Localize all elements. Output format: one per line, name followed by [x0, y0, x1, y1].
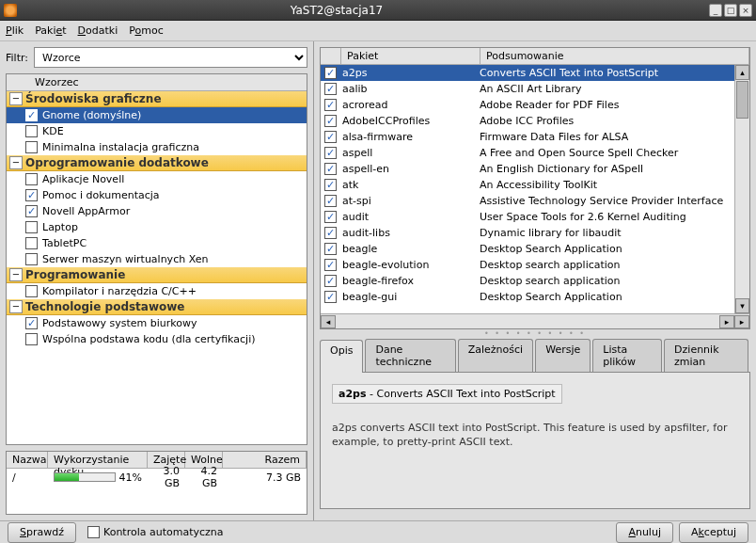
pattern-list[interactable]: Wzorzec −Środowiska graficzneGnome (domy… — [6, 73, 307, 445]
package-checkbox[interactable] — [324, 67, 337, 79]
tab-dziennik[interactable]: Dziennik zmian — [664, 339, 748, 372]
pattern-checkbox[interactable] — [25, 189, 38, 201]
pattern-checkbox[interactable] — [25, 125, 38, 137]
package-row[interactable]: aspell-enAn English Dictionary for ASpel… — [321, 161, 734, 177]
package-row[interactable]: atkAn Accessibility ToolKit — [321, 177, 734, 193]
menu-pakiet[interactable]: Pakiet — [35, 24, 66, 37]
package-row[interactable]: alsa-firmwareFirmware Data Files for ALS… — [321, 129, 734, 145]
pattern-item[interactable]: TabletPC — [7, 235, 307, 251]
tab-lista[interactable]: Lista plików — [592, 339, 662, 372]
package-checkbox[interactable] — [324, 291, 337, 303]
package-checkbox[interactable] — [324, 227, 337, 239]
pattern-item[interactable]: Novell AppArmor — [7, 203, 307, 219]
maximize-button[interactable]: □ — [724, 4, 737, 17]
filter-select[interactable]: Wzorce — [34, 47, 307, 68]
package-summary: Adobe ICC Profiles — [480, 115, 734, 127]
tab-zaleznosci[interactable]: Zależności — [458, 339, 533, 372]
pkg-col-name[interactable]: Pakiet — [341, 48, 480, 64]
auto-check-checkbox[interactable] — [87, 526, 100, 538]
tab-wersje[interactable]: Wersje — [535, 339, 591, 372]
package-row[interactable]: aalibAn ASCII Art Library — [321, 81, 734, 97]
pattern-item[interactable]: Aplikacje Novell — [7, 171, 307, 187]
scroll-up-icon[interactable]: ▴ — [735, 65, 749, 80]
disk-col-usage[interactable]: Wykorzystanie dysku — [48, 452, 148, 468]
pattern-item[interactable]: Kompilator i narzędzia C/C++ — [7, 283, 307, 299]
pattern-checkbox[interactable] — [25, 317, 38, 329]
package-checkbox[interactable] — [324, 147, 337, 159]
package-row[interactable]: auditUser Space Tools for 2.6 Kernel Aud… — [321, 209, 734, 225]
package-checkbox[interactable] — [324, 99, 337, 111]
pattern-item[interactable]: Wspólna podstawa kodu (dla certyfikacji) — [7, 331, 307, 347]
package-checkbox[interactable] — [324, 211, 337, 223]
pattern-checkbox[interactable] — [25, 333, 38, 345]
pattern-item[interactable]: Podstawowy system biurkowy — [7, 315, 307, 331]
package-row[interactable]: beagleDesktop Search Application — [321, 241, 734, 257]
package-list[interactable]: Pakiet Podsumowanie a2psConverts ASCII T… — [320, 47, 750, 329]
collapse-icon[interactable]: − — [9, 300, 23, 313]
splitter[interactable]: • • • • • • • • • • — [320, 329, 750, 337]
package-row[interactable]: beagle-evolutionDesktop search applicati… — [321, 257, 734, 273]
check-button[interactable]: Sprawdź — [8, 522, 76, 543]
pattern-checkbox[interactable] — [25, 109, 38, 121]
pattern-item[interactable]: Minimalna instalacja graficzna — [7, 139, 307, 155]
menu-dodatki[interactable]: Dodatki — [78, 24, 118, 37]
package-row[interactable]: audit-libsDynamic library for libaudit — [321, 225, 734, 241]
pattern-item[interactable]: Serwer maszyn wirtualnych Xen — [7, 251, 307, 267]
collapse-icon[interactable]: − — [9, 92, 23, 105]
pattern-checkbox[interactable] — [25, 173, 38, 185]
package-checkbox[interactable] — [324, 195, 337, 207]
pattern-item[interactable]: Gnome (domyślne) — [7, 107, 307, 123]
collapse-icon[interactable]: − — [9, 268, 23, 281]
pkg-col-check[interactable] — [321, 48, 341, 64]
tab-opis[interactable]: Opis — [320, 340, 363, 373]
package-checkbox[interactable] — [324, 115, 337, 127]
scroll-right-icon[interactable]: ▸ — [719, 315, 734, 328]
package-summary: Desktop Search Application — [480, 291, 734, 303]
package-checkbox[interactable] — [324, 163, 337, 175]
pattern-checkbox[interactable] — [25, 221, 38, 233]
pattern-item[interactable]: KDE — [7, 123, 307, 139]
package-checkbox[interactable] — [324, 83, 337, 95]
close-button[interactable]: × — [739, 4, 752, 17]
disk-col-total[interactable]: Razem — [223, 452, 307, 468]
package-checkbox[interactable] — [324, 259, 337, 271]
pattern-checkbox[interactable] — [25, 205, 38, 217]
package-row[interactable]: beagle-guiDesktop Search Application — [321, 289, 734, 305]
package-checkbox[interactable] — [324, 275, 337, 287]
pattern-item[interactable]: Pomoc i dokumentacja — [7, 187, 307, 203]
pkg-col-summary[interactable]: Podsumowanie — [480, 48, 749, 64]
accept-button[interactable]: Akceptuj — [679, 522, 748, 543]
package-row[interactable]: at-spiAssistive Technology Service Provi… — [321, 193, 734, 209]
group-header[interactable]: −Technologie podstawowe — [7, 299, 307, 315]
group-header[interactable]: −Środowiska graficzne — [7, 91, 307, 107]
package-row[interactable]: a2psConverts ASCII Text into PostScript — [321, 65, 734, 81]
package-checkbox[interactable] — [324, 243, 337, 255]
pattern-item[interactable]: Laptop — [7, 219, 307, 235]
scroll-right-icon-2[interactable]: ▸ — [734, 315, 749, 328]
pkg-vscrollbar[interactable]: ▴ ▾ — [734, 65, 749, 313]
package-row[interactable]: beagle-firefoxDesktop search application — [321, 273, 734, 289]
package-checkbox[interactable] — [324, 179, 337, 191]
collapse-icon[interactable]: − — [9, 156, 23, 169]
package-checkbox[interactable] — [324, 131, 337, 143]
pattern-checkbox[interactable] — [25, 253, 38, 265]
menu-pomoc[interactable]: Pomoc — [129, 24, 163, 37]
package-row[interactable]: AdobeICCProfilesAdobe ICC Profiles — [321, 113, 734, 129]
pattern-checkbox[interactable] — [25, 237, 38, 249]
menu-plik[interactable]: Plik — [6, 24, 24, 37]
package-row[interactable]: acroreadAdobe Reader for PDF Files — [321, 97, 734, 113]
cancel-button[interactable]: Anuluj — [616, 522, 673, 543]
package-row[interactable]: aspellA Free and Open Source Spell Check… — [321, 145, 734, 161]
tab-dane[interactable]: Dane techniczne — [365, 339, 455, 372]
minimize-button[interactable]: _ — [709, 4, 722, 17]
disk-row[interactable]: / 41% 3.0 GB 4.2 GB 7.3 GB — [7, 469, 307, 486]
pattern-checkbox[interactable] — [25, 141, 38, 153]
pattern-checkbox[interactable] — [25, 285, 38, 297]
scroll-down-icon[interactable]: ▾ — [735, 298, 749, 313]
group-header[interactable]: −Programowanie — [7, 267, 307, 283]
scroll-left-icon[interactable]: ◂ — [321, 315, 336, 328]
scroll-thumb[interactable] — [736, 81, 748, 119]
group-header[interactable]: −Oprogramowanie dodatkowe — [7, 155, 307, 171]
pkg-hscrollbar[interactable]: ◂ ▸ ▸ — [321, 313, 749, 328]
disk-col-name[interactable]: Nazwa — [7, 452, 48, 468]
